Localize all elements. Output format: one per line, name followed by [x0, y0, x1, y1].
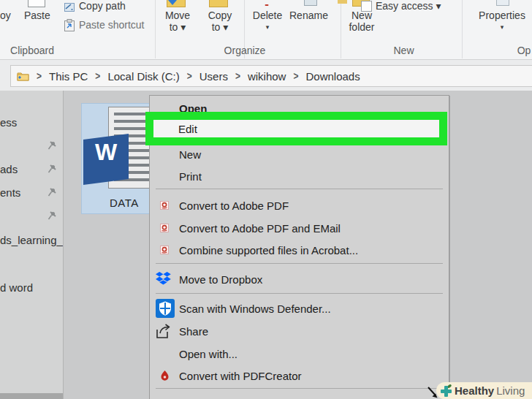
menu-item-open-with[interactable]: Open with... — [150, 343, 449, 364]
pin-icon — [47, 210, 57, 221]
properties-icon — [496, 0, 509, 6]
copy-to-button[interactable]: Copy to ▾ — [203, 10, 237, 33]
sidebar-item-learning-folder[interactable]: ds_learning_p — [0, 234, 63, 247]
rename-button[interactable]: Rename — [289, 10, 328, 21]
sidebar-item-pinned[interactable] — [0, 210, 63, 223]
highlight-box-edit[interactable]: Edit — [145, 112, 447, 145]
folder-icon — [17, 71, 29, 81]
paste-shortcut-button[interactable]: Paste shortcut — [79, 19, 145, 31]
menu-item-convert-to-adobe-pdf-email[interactable]: Convert to Adobe PDF and EMail — [150, 218, 449, 238]
breadcrumb-wikihow[interactable]: wikihow — [248, 70, 286, 83]
breadcrumb-chevron-icon: > — [37, 70, 42, 82]
paste-button[interactable]: Paste — [24, 10, 50, 21]
file-name-label: DATA — [110, 197, 139, 209]
menu-separator — [156, 189, 443, 189]
sidebar-item-documents[interactable]: ents — [0, 186, 63, 200]
breadcrumb-this-pc[interactable]: This PC — [49, 70, 88, 83]
address-input[interactable]: > This PC > Local Disk (C:) > Users > wi… — [10, 65, 532, 87]
watermark-text-bold: Healthy — [455, 384, 494, 397]
chevron-down-icon: ▾ — [250, 21, 285, 33]
ribbon-group-organize: Organize — [197, 45, 292, 56]
pin-icon — [47, 187, 57, 197]
navigation-pane: ess ads ents ds_learning_p d word — [0, 91, 64, 399]
breadcrumb-downloads[interactable]: Downloads — [305, 70, 360, 83]
health-cross-icon — [440, 384, 452, 397]
menu-separator — [156, 263, 443, 264]
ribbon-group-clipboard: Clipboard — [0, 45, 64, 56]
properties-button[interactable]: Properties ▾ — [476, 10, 528, 33]
menu-item-convert-with-pdfcreator[interactable]: Convert with PDFCreator — [150, 365, 449, 386]
ribbon-toolbar: oy Paste Copy path Paste shortcut Clipbo… — [0, 0, 532, 60]
menu-item-print[interactable]: Print — [150, 166, 449, 186]
menu-item-move-to-dropbox[interactable]: Move to Dropbox — [150, 269, 449, 289]
delete-button[interactable]: Delete ▾ — [250, 10, 285, 33]
copy-to-icon — [209, 0, 228, 7]
file-explorer-window: oy Paste Copy path Paste shortcut Clipbo… — [0, 0, 532, 399]
acrobat-icon — [160, 246, 169, 254]
menu-item-scan-windows-defender[interactable]: Scan with Windows Defender... — [150, 298, 449, 319]
watermark-text-light: Living — [496, 384, 525, 397]
menu-separator — [156, 293, 443, 294]
windows-defender-icon — [156, 299, 175, 318]
move-to-icon — [167, 0, 186, 7]
pin-icon — [47, 140, 57, 151]
menu-separator — [156, 388, 443, 389]
ribbon-divider — [155, 0, 156, 58]
pin-icon — [47, 164, 57, 174]
chevron-down-icon: ▾ — [476, 21, 528, 33]
copy-button[interactable]: oy — [0, 10, 11, 21]
menu-item-convert-to-adobe-pdf[interactable]: Convert to Adobe PDF — [150, 195, 449, 216]
breadcrumb-chevron-icon: > — [293, 70, 298, 82]
ribbon-divider — [341, 0, 341, 58]
ribbon-divider — [462, 0, 463, 58]
new-item-icon — [338, 0, 347, 4]
paste-icon — [28, 0, 45, 7]
copy-path-icon — [64, 1, 75, 15]
ribbon-group-open: Op — [516, 45, 532, 56]
horizontal-scrollbar[interactable] — [0, 393, 63, 399]
dropbox-icon — [156, 272, 171, 286]
menu-item-combine-files-acrobat[interactable]: Combine supported files in Acrobat... — [150, 240, 449, 260]
breadcrumb-chevron-icon: > — [95, 70, 100, 82]
sidebar-item-pinned[interactable] — [0, 140, 63, 153]
sidebar-item-quick-access[interactable]: ess — [0, 116, 63, 129]
mouse-cursor-icon — [428, 387, 439, 399]
move-to-button[interactable]: Move to ▾ — [161, 10, 194, 33]
sidebar-item-word-folder[interactable]: d word — [0, 281, 63, 294]
word-icon-letter: W — [83, 139, 129, 166]
address-bar: > This PC > Local Disk (C:) > Users > wi… — [0, 60, 532, 91]
share-icon — [155, 324, 172, 339]
easy-access-button[interactable]: Easy access ▾ — [376, 0, 441, 12]
breadcrumb-chevron-icon: > — [187, 70, 192, 82]
delete-icon — [260, 0, 273, 6]
sidebar-item-downloads[interactable]: ads — [0, 163, 63, 176]
adobe-pdf-icon — [160, 201, 169, 210]
selected-file-word-document[interactable]: W DATA — [81, 103, 156, 214]
rename-icon — [304, 0, 317, 6]
copy-path-button[interactable]: Copy path — [79, 0, 126, 12]
healthy-living-watermark: Healthy Living — [436, 382, 532, 399]
new-folder-button[interactable]: New folder — [343, 10, 380, 33]
pdfcreator-icon — [161, 370, 169, 381]
menu-item-new[interactable]: New — [150, 144, 449, 164]
menu-item-edit[interactable]: Edit — [178, 123, 197, 135]
menu-item-share[interactable]: Share — [150, 321, 449, 341]
easy-access-checkbox-icon — [361, 1, 372, 12]
breadcrumb-users[interactable]: Users — [200, 70, 228, 83]
breadcrumb-local-disk[interactable]: Local Disk (C:) — [107, 70, 179, 83]
paste-shortcut-icon — [64, 19, 75, 34]
adobe-pdf-email-icon — [160, 224, 169, 232]
breadcrumb: > This PC > Local Disk (C:) > Users > wi… — [11, 70, 360, 83]
breadcrumb-chevron-icon: > — [235, 70, 240, 82]
ribbon-group-new: New — [369, 45, 438, 56]
